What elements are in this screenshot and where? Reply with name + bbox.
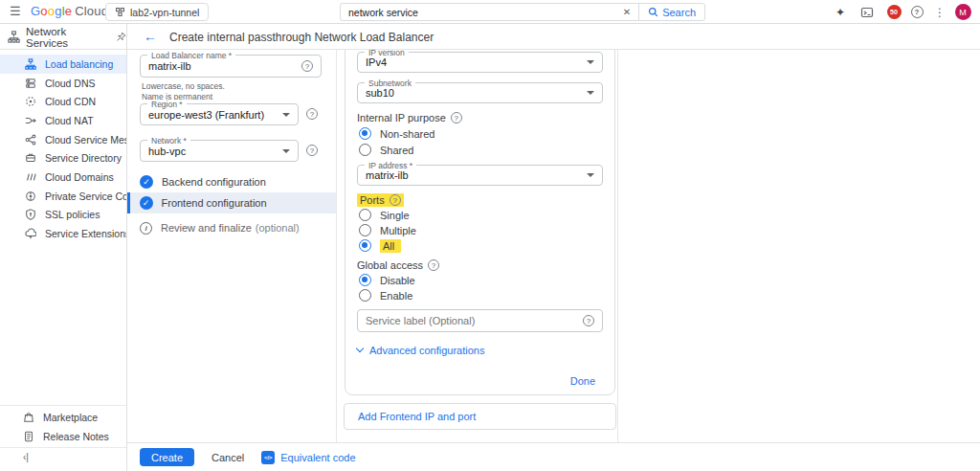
ip-version-select[interactable]: IP version IPv4	[357, 52, 603, 73]
sidebar-item-label: Service Extensions	[45, 228, 126, 239]
sidebar-item-service-directory[interactable]: Service Directory	[0, 148, 126, 168]
region-label: Region *	[147, 100, 187, 109]
radio-button[interactable]	[359, 144, 371, 156]
lb-base-config-panel: Load Balancer name * matrix-ilb ? Lowerc…	[127, 50, 336, 442]
logo-letter: e	[65, 4, 72, 18]
subnetwork-label: Subnetwork	[365, 78, 415, 88]
avatar[interactable]: M	[951, 0, 974, 24]
ip-address-label: IP address *	[365, 161, 416, 170]
ports-help-icon[interactable]: ?	[390, 194, 401, 206]
service-label-help-icon[interactable]: ?	[583, 315, 594, 326]
global-access-help-icon[interactable]: ?	[428, 259, 439, 271]
radio-button[interactable]	[359, 239, 371, 252]
sidebar-item-label: Release Notes	[43, 431, 109, 442]
sidebar-item-label: Private Service Connect	[45, 191, 126, 202]
sidebar-item-release-notes[interactable]: Release Notes	[0, 427, 126, 446]
load-balancing-icon	[25, 58, 36, 70]
sidebar-item-cloud-nat[interactable]: Cloud NAT	[0, 111, 126, 130]
help-glyph: ?	[911, 6, 924, 18]
pin-icon[interactable]	[116, 32, 126, 42]
logo-cloud-word: Cloud	[75, 4, 108, 18]
back-arrow-icon[interactable]: ←	[144, 29, 157, 44]
action-bar: Create Cancel </> Equivalent code	[127, 442, 980, 471]
gemini-icon[interactable]: ✦	[832, 0, 849, 24]
radio-ports-all[interactable]: All	[359, 239, 603, 252]
radio-button[interactable]	[359, 127, 371, 140]
ip-address-select[interactable]: IP address * matrix-ilb	[357, 165, 603, 186]
search-button-label: Search	[662, 7, 696, 18]
step-frontend-configuration[interactable]: ✓ Frontend configuration	[127, 192, 336, 213]
sidebar-item-label: Load balancing	[45, 58, 113, 70]
radio-global-disable[interactable]: Disable	[359, 274, 603, 286]
cloud-shell-icon[interactable]	[858, 0, 876, 24]
sidebar-item-cloud-domains[interactable]: Cloud Domains	[0, 168, 126, 187]
sidebar-item-marketplace[interactable]: Marketplace	[0, 408, 126, 427]
step-review-finalize[interactable]: i Review and finalize (optional)	[127, 218, 336, 237]
lb-name-field[interactable]: Load Balancer name * matrix-ilb ?	[140, 55, 322, 78]
cancel-button[interactable]: Cancel	[212, 452, 244, 463]
step-info-icon: i	[140, 222, 152, 235]
sidebar-item-ssl-policies[interactable]: SSL policies	[0, 206, 126, 225]
region-help-icon[interactable]: ?	[306, 108, 318, 120]
service-label-input[interactable]	[366, 315, 583, 326]
lb-name-help-icon[interactable]: ?	[301, 60, 313, 72]
region-select[interactable]: Region * europe-west3 (Frankfurt)	[140, 103, 299, 125]
radio-non-shared[interactable]: Non-shared	[359, 127, 603, 140]
search-icon	[648, 7, 658, 17]
sidebar-item-load-balancing[interactable]: Load balancing	[0, 55, 126, 74]
cloud-domains-icon	[25, 171, 36, 183]
radio-label: Single	[380, 210, 410, 221]
step-label: Frontend configuration	[162, 197, 267, 209]
radio-shared[interactable]: Shared	[359, 144, 603, 156]
help-icon[interactable]: ?	[907, 0, 926, 24]
advanced-configurations-toggle[interactable]: Advanced configurations	[357, 344, 603, 356]
notification-count: 50	[887, 5, 902, 19]
collapse-sidebar-icon[interactable]: ‹|	[23, 452, 29, 462]
logo-letter: g	[55, 4, 61, 18]
done-button[interactable]: Done	[570, 375, 595, 387]
notification-badge[interactable]: 50	[883, 0, 904, 24]
sidebar-item-cloud-cdn[interactable]: Cloud CDN	[0, 92, 126, 111]
service-label-field[interactable]: ?	[357, 309, 603, 332]
radio-global-enable[interactable]: Enable	[359, 289, 603, 302]
sidebar-item-cloud-service-mesh[interactable]: Cloud Service Mesh (Traff...	[0, 130, 126, 149]
radio-button[interactable]	[359, 224, 371, 236]
project-selector[interactable]: lab2-vpn-tunnel	[105, 3, 209, 21]
radio-label: Multiple	[380, 225, 416, 236]
network-help-icon[interactable]: ?	[306, 145, 318, 156]
sidebar-item-label: Cloud DNS	[45, 78, 96, 89]
create-button[interactable]: Create	[140, 448, 194, 466]
subnetwork-value: sub10	[366, 87, 581, 99]
release-notes-icon	[23, 431, 34, 442]
section-header: Network Services	[0, 24, 127, 50]
add-frontend-ip-port-button[interactable]: Add Frontend IP and port	[358, 411, 476, 422]
cloud-nat-icon	[25, 115, 36, 126]
sidebar-item-private-service-connect[interactable]: Private Service Connect	[0, 187, 126, 206]
global-access-label: Global access	[357, 259, 423, 271]
search-button[interactable]: Search	[638, 4, 704, 20]
step-label-suffix: (optional)	[256, 222, 300, 234]
step-backend-configuration[interactable]: ✓ Backend configuration	[127, 172, 336, 191]
search-bar: ✕ Search	[340, 3, 705, 21]
radio-ports-single[interactable]: Single	[359, 209, 603, 221]
internal-ip-purpose-help-icon[interactable]: ?	[451, 112, 462, 123]
sidebar-item-service-extensions[interactable]: Service Extensions	[0, 224, 126, 243]
sidebar-item-cloud-dns[interactable]: Cloud DNS	[0, 74, 126, 93]
network-select[interactable]: Network * hub-vpc	[140, 140, 299, 162]
radio-ports-multiple[interactable]: Multiple	[359, 224, 603, 236]
menu-icon[interactable]: ☰	[10, 4, 21, 18]
radio-button[interactable]	[359, 209, 371, 221]
search-input[interactable]	[341, 7, 615, 18]
equivalent-code-button[interactable]: </> Equivalent code	[261, 451, 355, 464]
gcp-console: ☰ GoogleCloud lab2-vpn-tunnel ✕ Search ✦	[0, 0, 980, 471]
clear-search-icon[interactable]: ✕	[615, 7, 638, 17]
radio-button[interactable]	[359, 274, 371, 286]
radio-button[interactable]	[359, 289, 371, 302]
logo-letter: o	[40, 4, 47, 18]
ip-version-value: IPv4	[366, 56, 581, 68]
internal-ip-purpose-heading: Internal IP purpose ?	[357, 112, 603, 123]
top-app-bar: ☰ GoogleCloud lab2-vpn-tunnel ✕ Search ✦	[0, 0, 980, 24]
marketplace-icon	[23, 412, 34, 423]
more-options-icon[interactable]: ⋮	[933, 0, 947, 24]
subnetwork-select[interactable]: Subnetwork sub10	[357, 82, 603, 103]
